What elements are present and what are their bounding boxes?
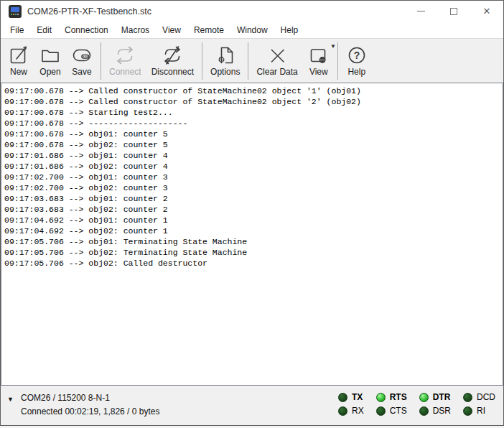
log-line: 09:17:00.678 --> obj01: counter 5 xyxy=(4,129,503,139)
log-line: 09:17:04.692 --> obj01: counter 1 xyxy=(4,215,503,225)
view-window-icon xyxy=(308,45,330,66)
new-document-icon xyxy=(8,45,29,66)
log-line: 09:17:05.706 --> obj02: Terminating Stat… xyxy=(4,247,503,258)
tx-led-label: TX xyxy=(352,392,363,402)
log-line: 09:17:05.706 --> obj01: Terminating Stat… xyxy=(4,236,503,247)
toolbar-separator xyxy=(202,42,202,80)
led-cts: CTS xyxy=(376,406,407,416)
log-line: 09:17:01.686 --> obj02: counter 4 xyxy=(4,161,503,172)
close-icon: ✕ xyxy=(483,6,491,16)
save-button-label: Save xyxy=(72,67,91,77)
led-ri: RI xyxy=(463,406,495,416)
menu-view[interactable]: View xyxy=(156,23,187,37)
menu-bar: File Edit Connection Macros View Remote … xyxy=(1,22,503,38)
save-drive-icon xyxy=(71,45,93,66)
open-button[interactable]: Open xyxy=(34,40,66,82)
rx-led-label: RX xyxy=(352,406,364,416)
dtr-led-icon xyxy=(419,393,429,402)
log-line: 09:17:03.683 --> obj02: counter 2 xyxy=(4,204,503,215)
led-dsr: DSR xyxy=(419,406,451,416)
log-line: 09:17:02.700 --> obj02: counter 3 xyxy=(4,182,503,193)
app-icon xyxy=(9,5,22,18)
options-button-label: Options xyxy=(210,67,240,77)
window-title: COM26-PTR-XF-Testbench.stc xyxy=(27,6,151,17)
menu-connection[interactable]: Connection xyxy=(58,23,115,37)
view-button-label: View xyxy=(309,67,328,77)
dsr-led-icon xyxy=(419,406,429,416)
minimize-button[interactable] xyxy=(404,1,437,22)
connect-button[interactable]: Connect xyxy=(104,40,146,82)
led-rts: RTS xyxy=(376,392,407,402)
log-line: 09:17:04.692 --> obj02: counter 1 xyxy=(4,225,503,236)
tx-led-icon xyxy=(338,393,347,402)
dcd-led-icon xyxy=(463,393,472,402)
log-line: 09:17:05.706 --> obj02: Called destructo… xyxy=(4,258,503,269)
statusbar-expander-icon[interactable]: ▼ xyxy=(7,396,14,403)
led-dcd: DCD xyxy=(463,392,495,402)
options-button[interactable]: Options xyxy=(205,40,245,82)
clear-data-button[interactable]: Clear Data xyxy=(251,40,302,82)
terminal-log[interactable]: 09:17:00.678 --> Called constructor of S… xyxy=(1,83,503,386)
maximize-icon xyxy=(450,8,457,15)
svg-text:?: ? xyxy=(354,50,360,61)
led-dtr: DTR xyxy=(419,392,451,402)
menu-window[interactable]: Window xyxy=(230,23,274,37)
toolbar-separator xyxy=(337,42,338,80)
disconnect-button[interactable]: Disconnect xyxy=(146,40,199,82)
log-line: 09:17:00.678 --> Called constructor of S… xyxy=(4,85,503,96)
clear-data-button-label: Clear Data xyxy=(256,67,297,77)
view-button[interactable]: ▼ View xyxy=(303,40,335,82)
dcd-led-label: DCD xyxy=(477,392,495,402)
ri-led-icon xyxy=(463,406,472,416)
connection-status: Connected 00:02:19, 1,826 / 0 bytes xyxy=(21,405,159,419)
help-button-label: Help xyxy=(347,67,365,77)
disconnect-arrows-icon xyxy=(162,45,183,66)
log-line: 09:17:00.678 --> Called constructor of S… xyxy=(4,96,503,107)
led-rx: RX xyxy=(338,406,364,416)
ri-led-label: RI xyxy=(477,406,485,416)
app-window: COM26-PTR-XF-Testbench.stc ✕ File Edit C… xyxy=(0,0,504,426)
new-button[interactable]: New xyxy=(3,40,34,82)
help-button[interactable]: ? Help xyxy=(341,40,373,82)
menu-help[interactable]: Help xyxy=(274,23,305,37)
save-button[interactable]: Save xyxy=(66,40,98,82)
maximize-button[interactable] xyxy=(437,1,470,22)
menu-edit[interactable]: Edit xyxy=(30,23,58,37)
led-tx: TX xyxy=(338,392,364,402)
status-bar: ▼ COM26 / 115200 8-N-1 Connected 00:02:1… xyxy=(1,386,503,425)
toolbar-separator xyxy=(248,42,248,80)
connect-button-label: Connect xyxy=(109,67,141,77)
dsr-led-label: DSR xyxy=(433,406,451,416)
log-line: 09:17:00.678 --> obj02: counter 5 xyxy=(4,139,503,150)
toolbar-separator xyxy=(101,42,101,80)
log-line: 09:17:00.678 --> Starting test2... xyxy=(4,107,503,118)
connect-arrows-icon xyxy=(114,45,136,66)
rts-led-label: RTS xyxy=(390,392,407,402)
clear-x-icon xyxy=(266,45,288,66)
cts-led-icon xyxy=(376,406,386,416)
close-button[interactable]: ✕ xyxy=(470,1,503,22)
log-line: 09:17:01.686 --> obj01: counter 4 xyxy=(4,150,503,161)
title-bar: COM26-PTR-XF-Testbench.stc ✕ xyxy=(1,1,503,22)
connection-info: COM26 / 115200 8-N-1 Connected 00:02:19,… xyxy=(21,391,159,425)
log-line: 09:17:02.700 --> obj01: counter 3 xyxy=(4,172,503,182)
cts-led-label: CTS xyxy=(390,406,407,416)
led-panel: TX RX RTS CTS DTR DSR xyxy=(338,392,495,416)
menu-file[interactable]: File xyxy=(4,23,30,37)
minimize-icon xyxy=(417,11,425,11)
log-line: 09:17:03.683 --> obj01: counter 2 xyxy=(4,193,503,204)
connection-summary: COM26 / 115200 8-N-1 xyxy=(21,391,159,405)
open-folder-icon xyxy=(39,45,61,66)
rx-led-icon xyxy=(338,406,347,416)
toolbar: New Open Save xyxy=(1,38,503,83)
open-button-label: Open xyxy=(39,67,60,77)
new-button-label: New xyxy=(10,67,27,77)
menu-macros[interactable]: Macros xyxy=(115,23,156,37)
dtr-led-label: DTR xyxy=(433,392,451,402)
dropdown-caret-icon: ▼ xyxy=(330,43,336,50)
help-question-icon: ? xyxy=(346,45,368,66)
menu-remote[interactable]: Remote xyxy=(187,23,230,37)
rts-led-icon xyxy=(376,393,386,402)
disconnect-button-label: Disconnect xyxy=(151,67,194,77)
log-line: 09:17:00.678 --> -------------------- xyxy=(4,118,503,129)
